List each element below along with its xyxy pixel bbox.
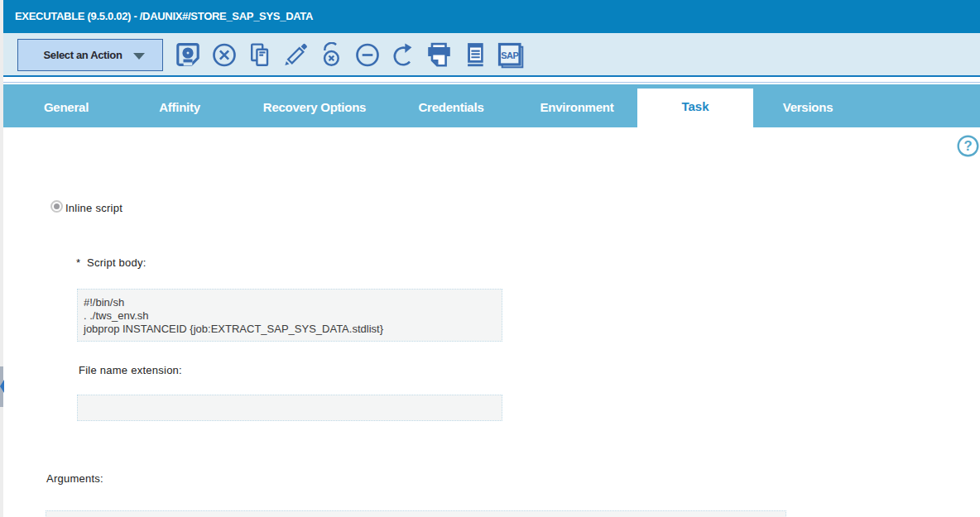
svg-text:SAP: SAP — [501, 50, 518, 60]
svg-text:?: ? — [963, 138, 972, 153]
